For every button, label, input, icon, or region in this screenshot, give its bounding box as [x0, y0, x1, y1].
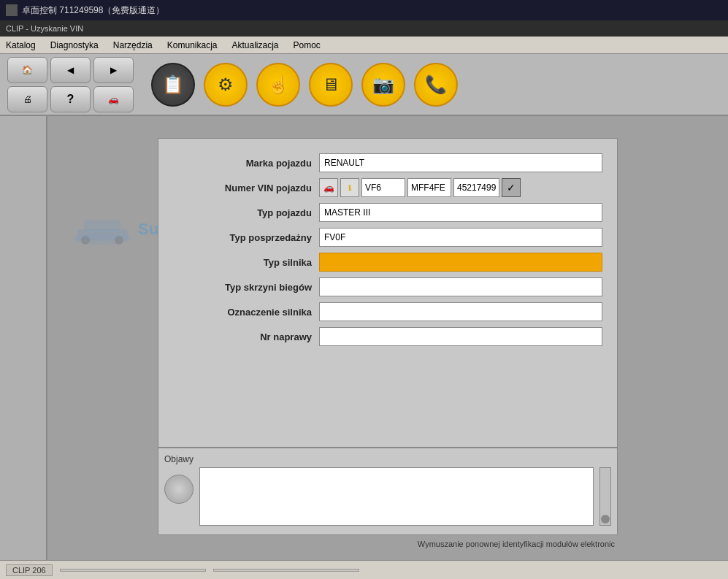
- touch-icon: ☝: [267, 74, 289, 95]
- touch-btn[interactable]: ☝: [256, 63, 300, 107]
- typ-posprzedazny-label: Typ posprzedażny: [173, 232, 319, 243]
- toolbar-row-1: 🏠 ◀ ▶: [7, 57, 134, 83]
- title-text: 卓面控制 711249598（免费版通道）: [22, 4, 164, 17]
- phone-icon: 📞: [425, 74, 447, 95]
- numer-vin-field: 🚗 ℹ VF6 MFF4FE 45217499 ✓: [319, 178, 602, 197]
- forward-icon: ▶: [110, 65, 117, 75]
- typ-pojazdu-row: Typ pojazdu MASTER III: [173, 203, 602, 222]
- oznaczenie-silnika-select[interactable]: [319, 302, 602, 321]
- bottom-note-text: Wymuszanie ponownej identyfikacji modułó…: [418, 540, 615, 548]
- objawy-scrollbar[interactable]: [599, 467, 611, 526]
- back-button[interactable]: ◀: [50, 57, 91, 83]
- objawy-content: [164, 467, 611, 529]
- typ-posprzedazny-field: FV0F: [319, 228, 602, 247]
- marka-pojazdu-select[interactable]: RENAULT: [319, 153, 602, 172]
- typ-skrzyni-label: Typ skrzyni biegów: [173, 282, 319, 293]
- vin-seg-3: 45217499: [453, 178, 499, 197]
- home-button[interactable]: 🏠: [7, 57, 47, 83]
- main-content: SuperTool Marka pojazdu RENAULT: [0, 116, 728, 560]
- oznaczenie-silnika-field: [319, 302, 602, 321]
- toolbar-left: 🏠 ◀ ▶ 🖨 ? 🚗: [7, 57, 134, 112]
- objawy-textarea[interactable]: [199, 467, 594, 526]
- screen-icon: 🖥: [322, 74, 340, 95]
- menu-komunikacja[interactable]: Komunikacja: [164, 39, 221, 52]
- help-button[interactable]: ?: [50, 86, 91, 112]
- toolbar-row-2: 🖨 ? 🚗: [7, 86, 134, 112]
- transmission-icon: ⚙: [218, 74, 234, 95]
- print-icon: 🖨: [23, 94, 32, 104]
- supertool-car-svg: [69, 211, 135, 248]
- typ-skrzyni-select[interactable]: [319, 277, 602, 296]
- clip-btn[interactable]: 📋: [151, 63, 195, 107]
- phone-btn[interactable]: 📞: [414, 63, 458, 107]
- nr-naprawy-select[interactable]: [319, 327, 602, 346]
- forward-button[interactable]: ▶: [93, 57, 134, 83]
- menu-aktualizacja[interactable]: Aktualizacja: [229, 39, 281, 52]
- status-item-3: [213, 569, 359, 572]
- vehicle-icon: 🚗: [108, 94, 119, 104]
- typ-silnika-label: Typ silnika: [173, 257, 319, 268]
- menu-bar: Katalog Diagnostyka Narzędzia Komunikacj…: [0, 37, 728, 54]
- clip-icon: 📋: [162, 74, 184, 95]
- typ-silnika-row: Typ silnika: [173, 253, 602, 272]
- svg-point-0: [73, 233, 131, 245]
- menu-diagnostyka[interactable]: Diagnostyka: [47, 39, 101, 52]
- menu-pomoc[interactable]: Pomoc: [291, 39, 323, 52]
- typ-posprzedazny-select[interactable]: FV0F: [319, 228, 602, 247]
- content-area: SuperTool Marka pojazdu RENAULT: [47, 116, 728, 560]
- svg-point-3: [81, 236, 90, 245]
- app-icon: [6, 4, 18, 16]
- typ-skrzyni-row: Typ skrzyni biegów: [173, 277, 602, 296]
- menu-narzedzia[interactable]: Narzędzia: [110, 39, 156, 52]
- clip-version: CLIP 206: [6, 564, 53, 576]
- numer-vin-row: Numer VIN pojazdu 🚗 ℹ VF6 MFF4FE 4521749…: [173, 178, 602, 197]
- transmission-btn[interactable]: ⚙: [204, 63, 248, 107]
- help-icon: ?: [67, 93, 74, 106]
- oznaczenie-silnika-label: Oznaczenie silnika: [173, 307, 319, 318]
- subtitle-bar: CLIP - Uzyskanie VIN: [0, 20, 728, 37]
- svg-point-4: [115, 236, 123, 245]
- toolbar: 🏠 ◀ ▶ 🖨 ? 🚗 📋 ⚙: [0, 54, 728, 116]
- menu-katalog[interactable]: Katalog: [3, 39, 39, 52]
- typ-silnika-field: [319, 253, 602, 272]
- objawy-circle-icon[interactable]: [164, 475, 194, 504]
- vin-row: 🚗 ℹ VF6 MFF4FE 45217499 ✓: [319, 178, 602, 197]
- marka-pojazdu-label: Marka pojazdu: [173, 158, 319, 169]
- bottom-note: Wymuszanie ponownej identyfikacji modułó…: [158, 535, 618, 553]
- nr-naprawy-label: Nr naprawy: [173, 331, 319, 342]
- back-icon: ◀: [67, 65, 74, 75]
- svg-rect-1: [77, 229, 128, 240]
- print-button[interactable]: 🖨: [7, 86, 47, 112]
- marka-pojazdu-field: RENAULT: [319, 153, 602, 172]
- vin-car-icon-btn[interactable]: 🚗: [319, 178, 338, 197]
- status-item-2: [60, 569, 206, 572]
- vehicle-button[interactable]: 🚗: [93, 86, 134, 112]
- svg-rect-2: [84, 220, 120, 231]
- vin-seg-2: MFF4FE: [407, 178, 451, 197]
- numer-vin-label: Numer VIN pojazdu: [173, 183, 319, 193]
- oznaczenie-silnika-row: Oznaczenie silnika: [173, 302, 602, 321]
- form-card: Marka pojazdu RENAULT Numer VIN pojazdu: [158, 138, 618, 448]
- left-panel: [0, 116, 47, 560]
- vin-seg-1: VF6: [361, 178, 405, 197]
- nr-naprawy-field: [319, 327, 602, 346]
- status-bar: CLIP 206: [0, 560, 728, 579]
- vin-check-btn[interactable]: ✓: [502, 178, 521, 197]
- scroll-thumb: [601, 515, 610, 524]
- typ-silnika-select[interactable]: [319, 253, 602, 272]
- screen-btn[interactable]: 🖥: [309, 63, 353, 107]
- typ-pojazdu-label: Typ pojazdu: [173, 207, 319, 218]
- objawy-label: Objawy: [164, 454, 611, 464]
- nr-naprawy-row: Nr naprawy: [173, 327, 602, 346]
- marka-pojazdu-row: Marka pojazdu RENAULT: [173, 153, 602, 172]
- camera-icon: 📷: [372, 74, 394, 95]
- home-icon: 🏠: [22, 65, 33, 75]
- toolbar-right: 📋 ⚙ ☝ 🖥 📷 📞: [151, 63, 721, 107]
- typ-pojazdu-select[interactable]: MASTER III: [319, 203, 602, 222]
- search-camera-btn[interactable]: 📷: [361, 63, 405, 107]
- subtitle-text: CLIP - Uzyskanie VIN: [6, 24, 83, 33]
- objawy-section: Objawy: [158, 448, 618, 535]
- vin-info-icon-btn[interactable]: ℹ: [340, 178, 359, 197]
- typ-skrzyni-field: [319, 277, 602, 296]
- typ-posprzedazny-row: Typ posprzedażny FV0F: [173, 228, 602, 247]
